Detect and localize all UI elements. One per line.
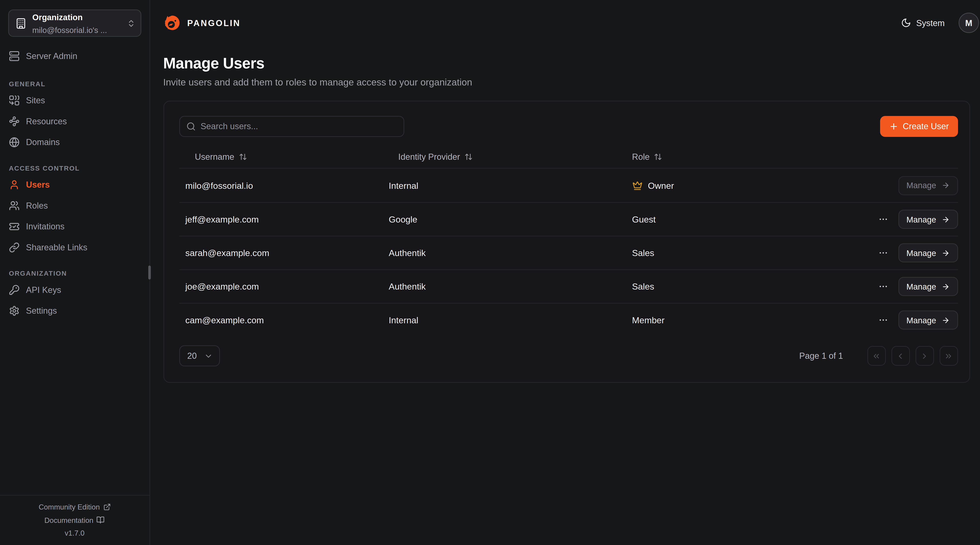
sidebar-item-invitations[interactable]: Invitations [0,216,149,237]
row-menu-button[interactable] [877,247,889,259]
org-selector-title: Organization [32,12,83,22]
sort-idp-button[interactable]: Identity Provider [398,152,473,161]
sidebar-item-resources[interactable]: Resources [0,111,149,132]
chevrons-up-down-icon [126,19,135,27]
sidebar: Organization milo@fossorial.io's ... Ser… [0,0,150,545]
book-open-icon [97,516,105,524]
sidebar-nav: Server Admin GENERAL Sites Resources Dom [0,37,149,321]
sidebar-item-label: Settings [26,306,57,316]
brand-logo[interactable]: PANGOLIN [163,14,240,32]
next-page-button[interactable] [915,346,934,366]
arrow-right-icon [941,316,950,324]
table-footer: 20 Page 1 of 1 [179,346,958,367]
chevrons-left-icon [872,352,881,360]
theme-label: System [916,18,945,27]
globe-icon [9,137,20,148]
search-input[interactable] [179,116,404,137]
chevron-right-icon [920,352,929,360]
cell-idp: Authentik [382,281,626,292]
building-icon [15,18,27,29]
user-avatar[interactable]: M [959,13,979,33]
sidebar-section-general: GENERAL [0,80,149,90]
chevron-left-icon [896,352,905,360]
manage-button[interactable]: Manage [898,176,958,195]
page-size-select[interactable]: 20 [179,346,220,367]
sidebar-item-label: Users [26,180,50,190]
manage-button[interactable]: Manage [898,210,958,229]
search-icon [186,122,196,131]
sidebar-item-label: Sites [26,96,45,105]
sidebar-item-api-keys[interactable]: API Keys [0,280,149,301]
key-icon [9,284,20,295]
table-row: sarah@example.com Authentik Sales Manage [179,236,958,269]
cell-username: milo@fossorial.io [179,180,382,191]
sidebar-item-roles[interactable]: Roles [0,195,149,216]
sidebar-item-label: Server Admin [26,51,78,61]
manage-button[interactable]: Manage [898,277,958,296]
ellipsis-icon [878,248,888,258]
sidebar-item-label: Invitations [26,222,65,231]
row-menu-button[interactable] [877,280,889,293]
sidebar-item-server-admin[interactable]: Server Admin [0,46,149,67]
arrow-right-icon [941,249,950,257]
arrow-right-icon [941,215,950,223]
table-row: cam@example.com Internal Member Manage [179,303,958,336]
cell-username: cam@example.com [179,315,382,325]
cell-username: jeff@example.com [179,214,382,225]
cell-role: Sales [626,248,862,258]
sort-username-button[interactable]: Username [195,152,247,161]
app-window: Organization milo@fossorial.io's ... Ser… [0,0,980,545]
sidebar-item-label: Shareable Links [26,243,88,252]
sidebar-footer: Community Edition Documentation v1.7.0 [0,495,149,545]
community-edition-link[interactable]: Community Edition [38,503,111,511]
table-row: joe@example.com Authentik Sales Manage [179,269,958,303]
sidebar-item-label: Resources [26,116,67,126]
create-user-button[interactable]: Create User [880,116,958,137]
users-icon [9,200,20,211]
page-subtitle: Invite users and add them to roles to ma… [163,76,979,88]
ellipsis-icon [878,315,888,325]
ticket-check-icon [9,221,20,232]
ellipsis-icon [878,281,888,292]
cell-role: Member [626,315,862,325]
sidebar-item-users[interactable]: Users [0,174,149,195]
last-page-button[interactable] [939,346,958,366]
cell-idp: Authentik [382,248,626,258]
user-icon [9,179,20,190]
sidebar-item-settings[interactable]: Settings [0,300,149,321]
cell-role: Sales [626,281,862,292]
page-title: Manage Users [163,54,979,72]
manage-button[interactable]: Manage [898,243,958,262]
row-menu-button[interactable] [877,314,889,327]
manage-button[interactable]: Manage [898,311,958,330]
cell-role: Guest [626,214,862,225]
link-icon [9,242,20,253]
prev-page-button[interactable] [891,346,910,366]
sidebar-item-shareable-links[interactable]: Shareable Links [0,237,149,258]
arrow-up-down-icon [654,152,662,161]
first-page-button[interactable] [867,346,886,366]
topbar: PANGOLIN System M [150,0,980,46]
table-header-row: Username Identity Provider [179,145,958,169]
external-link-icon [103,503,111,511]
sidebar-resize-handle[interactable] [148,266,150,280]
cell-username: joe@example.com [179,281,382,292]
arrow-up-down-icon [239,152,247,161]
theme-toggle[interactable]: System [901,18,945,28]
documentation-link[interactable]: Documentation [44,516,105,524]
sort-role-button[interactable]: Role [632,152,662,161]
combine-icon [9,95,20,106]
arrow-right-icon [941,181,950,190]
users-panel: Create User Username Identity Provider [163,101,970,383]
cell-idp: Internal [382,180,626,191]
version-label: v1.7.0 [65,529,84,537]
sidebar-item-domains[interactable]: Domains [0,132,149,153]
ellipsis-icon [878,214,888,225]
row-menu-button[interactable] [877,213,889,226]
sidebar-item-label: Roles [26,201,48,210]
plus-icon [889,122,898,131]
arrow-right-icon [941,282,950,290]
org-selector[interactable]: Organization milo@fossorial.io's ... [8,10,141,37]
sidebar-section-access-control: ACCESS CONTROL [0,164,149,174]
sidebar-item-sites[interactable]: Sites [0,90,149,111]
